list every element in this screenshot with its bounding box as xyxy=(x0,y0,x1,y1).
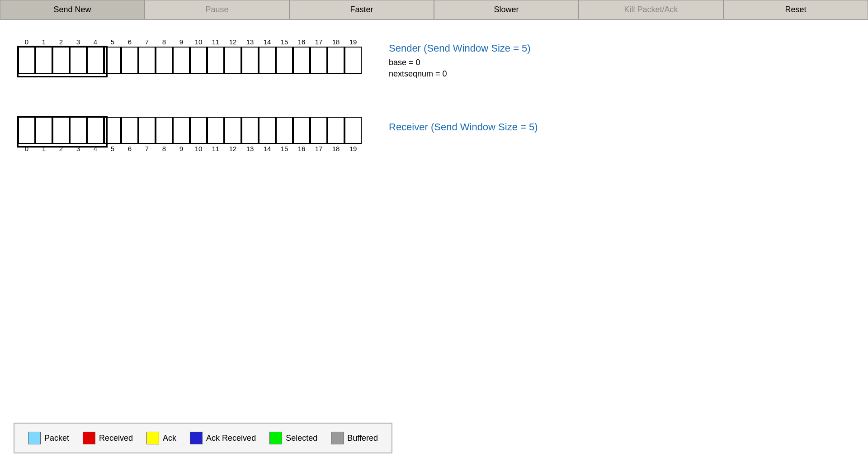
sender-number-4: 4 xyxy=(87,38,104,46)
receiver-packet-11 xyxy=(207,117,224,144)
sender-packet-7 xyxy=(138,47,156,74)
receiver-packet-18 xyxy=(327,117,344,144)
sender-packet-17 xyxy=(310,47,327,74)
receiver-packet-7 xyxy=(138,117,156,144)
sender-packets: 012345678910111213141516171819 xyxy=(18,38,362,74)
receiver-packet-17 xyxy=(310,117,327,144)
receiver-packet-4 xyxy=(87,117,104,144)
legend-color-0 xyxy=(28,432,41,444)
sender-number-19: 19 xyxy=(344,38,362,46)
receiver-packets: 012345678910111213141516171819 xyxy=(18,117,362,152)
sender-number-13: 13 xyxy=(241,38,259,46)
legend-label-2: Ack xyxy=(163,434,176,443)
sender-packet-9 xyxy=(173,47,190,74)
receiver-packet-19 xyxy=(344,117,362,144)
sender-packets-row xyxy=(18,47,362,74)
sender-packet-14 xyxy=(259,47,276,74)
legend-label-1: Received xyxy=(99,434,133,443)
receiver-number-2: 2 xyxy=(52,145,70,152)
receiver-window-group xyxy=(18,117,104,144)
sender-packet-3 xyxy=(70,47,87,74)
receiver-number-11: 11 xyxy=(207,145,224,152)
receiver-packet-13 xyxy=(241,117,259,144)
sender-packet-15 xyxy=(276,47,293,74)
sender-number-14: 14 xyxy=(259,38,276,46)
kill-packet-ack-button[interactable]: Kill Packet/Ack xyxy=(579,0,723,19)
receiver-packet-16 xyxy=(293,117,310,144)
legend-item-selected: Selected xyxy=(269,432,317,444)
receiver-number-9: 9 xyxy=(173,145,190,152)
receiver-number-12: 12 xyxy=(224,145,241,152)
sender-packet-5 xyxy=(104,47,121,74)
send-new-button[interactable]: Send New xyxy=(0,0,145,19)
sender-packet-16 xyxy=(293,47,310,74)
sender-packet-0 xyxy=(18,47,35,74)
receiver-number-19: 19 xyxy=(344,145,362,152)
sender-number-11: 11 xyxy=(207,38,224,46)
receiver-packet-2 xyxy=(52,117,70,144)
legend-item-received: Received xyxy=(83,432,133,444)
sender-number-18: 18 xyxy=(327,38,344,46)
receiver-packet-1 xyxy=(35,117,52,144)
pause-button[interactable]: Pause xyxy=(145,0,289,19)
sender-section: 012345678910111213141516171819 Sender (S… xyxy=(18,38,850,81)
receiver-packet-12 xyxy=(224,117,241,144)
sender-packet-numbers: 012345678910111213141516171819 xyxy=(18,38,362,46)
legend-item-packet: Packet xyxy=(28,432,69,444)
sender-packet-10 xyxy=(190,47,207,74)
sender-number-15: 15 xyxy=(276,38,293,46)
receiver-packet-8 xyxy=(156,117,173,144)
legend-color-5 xyxy=(331,432,344,444)
legend-color-4 xyxy=(269,432,282,444)
sender-packet-11 xyxy=(207,47,224,74)
slower-button[interactable]: Slower xyxy=(434,0,579,19)
sender-packet-1 xyxy=(35,47,52,74)
sender-number-10: 10 xyxy=(190,38,207,46)
receiver-number-18: 18 xyxy=(327,145,344,152)
sender-window-group xyxy=(18,47,104,74)
sender-title: Sender (Send Window Size = 5) xyxy=(389,43,531,54)
sender-packet-19 xyxy=(344,47,362,74)
receiver-number-13: 13 xyxy=(241,145,259,152)
sender-packet-18 xyxy=(327,47,344,74)
receiver-packet-3 xyxy=(70,117,87,144)
sender-number-5: 5 xyxy=(104,38,121,46)
reset-button[interactable]: Reset xyxy=(723,0,868,19)
receiver-number-16: 16 xyxy=(293,145,310,152)
sender-nextseqnum: nextseqnum = 0 xyxy=(389,69,531,79)
legend-item-ack: Ack xyxy=(146,432,176,444)
sender-number-6: 6 xyxy=(121,38,138,46)
receiver-section: 012345678910111213141516171819 Receiver … xyxy=(18,117,850,152)
sender-number-8: 8 xyxy=(156,38,173,46)
receiver-packet-15 xyxy=(276,117,293,144)
legend-item-buffered: Buffered xyxy=(331,432,378,444)
sender-packet-6 xyxy=(121,47,138,74)
legend: PacketReceivedAckAck ReceivedSelectedBuf… xyxy=(14,423,392,453)
legend-color-1 xyxy=(83,432,95,444)
receiver-packet-6 xyxy=(121,117,138,144)
receiver-packets-row xyxy=(18,117,362,144)
receiver-number-7: 7 xyxy=(138,145,156,152)
receiver-number-6: 6 xyxy=(121,145,138,152)
sender-number-12: 12 xyxy=(224,38,241,46)
sender-number-1: 1 xyxy=(35,38,52,46)
receiver-packet-numbers: 012345678910111213141516171819 xyxy=(18,145,362,152)
receiver-packet-5 xyxy=(104,117,121,144)
sender-number-2: 2 xyxy=(52,38,70,46)
receiver-packet-14 xyxy=(259,117,276,144)
sender-number-0: 0 xyxy=(18,38,35,46)
sender-packet-4 xyxy=(87,47,104,74)
faster-button[interactable]: Faster xyxy=(289,0,434,19)
legend-label-4: Selected xyxy=(286,434,317,443)
sender-number-7: 7 xyxy=(138,38,156,46)
legend-color-3 xyxy=(190,432,203,444)
legend-label-0: Packet xyxy=(44,434,69,443)
receiver-number-15: 15 xyxy=(276,145,293,152)
sender-packet-12 xyxy=(224,47,241,74)
sender-packet-13 xyxy=(241,47,259,74)
sender-info: Sender (Send Window Size = 5) base = 0 n… xyxy=(389,43,531,81)
receiver-number-0: 0 xyxy=(18,145,35,152)
sender-number-17: 17 xyxy=(310,38,327,46)
sender-number-16: 16 xyxy=(293,38,310,46)
sender-packet-8 xyxy=(156,47,173,74)
